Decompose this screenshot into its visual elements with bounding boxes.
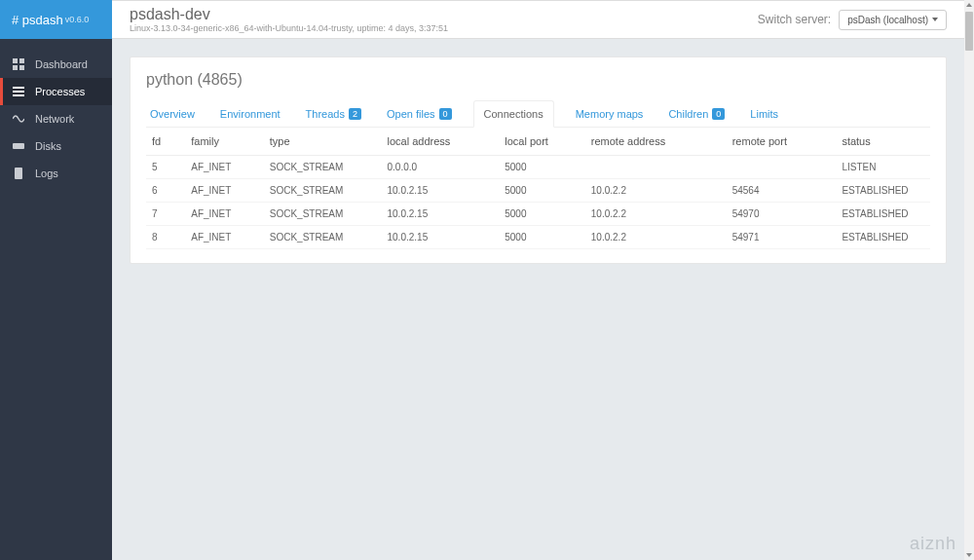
badge: 0: [712, 108, 725, 120]
scroll-thumb[interactable]: [965, 12, 973, 51]
sidebar-item-network[interactable]: Network: [0, 105, 112, 132]
tab-connections[interactable]: Connections: [473, 100, 554, 128]
svg-rect-8: [15, 168, 22, 179]
content: python (4865) Overview Environment Threa…: [112, 39, 964, 560]
switch-server-value: psDash (localhost): [847, 15, 928, 25]
cell-type: SOCK_STREAM: [264, 156, 382, 179]
cell-type: SOCK_STREAM: [264, 226, 382, 249]
table-row: 7AF_INETSOCK_STREAM10.0.2.15500010.0.2.2…: [146, 203, 930, 226]
badge: 2: [349, 108, 361, 120]
svg-rect-2: [13, 65, 18, 70]
cell-rport: 54564: [727, 179, 837, 203]
tasks-icon: [12, 85, 25, 98]
scroll-down-icon[interactable]: [964, 550, 974, 560]
sidebar-item-label: Disks: [35, 140, 61, 152]
dashboard-icon: [12, 57, 25, 71]
col-lport: local port: [499, 128, 585, 156]
process-panel: python (4865) Overview Environment Threa…: [130, 56, 947, 264]
brand-name: # psdash: [12, 13, 63, 27]
network-icon: [12, 112, 25, 126]
sidebar-item-label: Processes: [35, 86, 85, 97]
cell-laddr: 10.0.2.15: [382, 226, 500, 249]
tab-environment[interactable]: Environment: [216, 101, 284, 127]
cell-lport: 5000: [499, 179, 585, 203]
cell-family: AF_INET: [185, 156, 264, 179]
col-laddr: local address: [382, 128, 500, 156]
cell-raddr: 10.0.2.2: [585, 179, 727, 203]
svg-rect-4: [13, 87, 24, 89]
table-row: 6AF_INETSOCK_STREAM10.0.2.15500010.0.2.2…: [146, 179, 930, 203]
scrollbar[interactable]: [964, 0, 974, 560]
cell-lport: 5000: [499, 156, 585, 179]
cell-family: AF_INET: [185, 179, 264, 203]
topbar: psdash-dev Linux-3.13.0-34-generic-x86_6…: [112, 0, 964, 39]
cell-laddr: 0.0.0.0: [382, 156, 500, 179]
col-status: status: [836, 128, 930, 156]
sidebar-item-label: Dashboard: [35, 58, 88, 70]
cell-type: SOCK_STREAM: [264, 179, 382, 203]
table-row: 5AF_INETSOCK_STREAM0.0.0.05000LISTEN: [146, 156, 930, 179]
nav: Dashboard Processes Network Disks Logs: [0, 51, 112, 187]
page-title: psdash-dev: [130, 6, 448, 23]
cell-status: ESTABLISHED: [836, 226, 930, 249]
tab-limits[interactable]: Limits: [746, 101, 782, 127]
cell-rport: [727, 156, 837, 179]
cell-fd: 8: [146, 226, 185, 249]
badge: 0: [439, 108, 452, 120]
cell-status: LISTEN: [836, 156, 930, 179]
title-wrap: psdash-dev Linux-3.13.0-34-generic-x86_6…: [130, 6, 448, 33]
cell-type: SOCK_STREAM: [264, 203, 382, 226]
col-type: type: [264, 128, 382, 156]
cell-status: ESTABLISHED: [836, 203, 930, 226]
col-fd: fd: [146, 128, 185, 156]
col-raddr: remote address: [585, 128, 727, 156]
sidebar-item-dashboard[interactable]: Dashboard: [0, 51, 112, 78]
cell-family: AF_INET: [185, 226, 264, 249]
cell-fd: 5: [146, 156, 185, 179]
svg-rect-3: [19, 65, 24, 70]
table-row: 8AF_INETSOCK_STREAM10.0.2.15500010.0.2.2…: [146, 226, 930, 249]
tab-children[interactable]: Children0: [664, 101, 729, 127]
sidebar-item-label: Logs: [35, 168, 58, 179]
page-subtitle: Linux-3.13.0-34-generic-x86_64-with-Ubun…: [130, 23, 448, 33]
svg-rect-0: [13, 58, 18, 63]
switch-server-button[interactable]: psDash (localhost): [839, 10, 947, 30]
cell-raddr: 10.0.2.2: [585, 226, 727, 249]
tab-threads[interactable]: Threads2: [302, 101, 365, 127]
watermark: aiznh: [910, 534, 956, 554]
cell-status: ESTABLISHED: [836, 179, 930, 203]
file-icon: [12, 167, 25, 180]
disk-icon: [12, 139, 25, 153]
cell-laddr: 10.0.2.15: [382, 179, 500, 203]
sidebar-item-logs[interactable]: Logs: [0, 160, 112, 187]
sidebar: # psdash v0.6.0 Dashboard Processes Netw…: [0, 0, 112, 560]
cell-family: AF_INET: [185, 203, 264, 226]
chevron-down-icon: [932, 18, 938, 21]
sidebar-item-disks[interactable]: Disks: [0, 132, 112, 160]
panel-title: python (4865): [146, 71, 930, 89]
brand-version: v0.6.0: [65, 15, 90, 24]
brand[interactable]: # psdash v0.6.0: [0, 0, 112, 39]
cell-laddr: 10.0.2.15: [382, 203, 500, 226]
cell-raddr: 10.0.2.2: [585, 203, 727, 226]
cell-fd: 6: [146, 179, 185, 203]
cell-fd: 7: [146, 203, 185, 226]
table-header-row: fd family type local address local port …: [146, 128, 930, 156]
tab-memory-maps[interactable]: Memory maps: [572, 101, 648, 127]
switch-server-label: Switch server:: [758, 13, 831, 26]
cell-lport: 5000: [499, 226, 585, 249]
tab-overview[interactable]: Overview: [146, 101, 199, 127]
tab-open-files[interactable]: Open files0: [383, 101, 456, 127]
sidebar-item-processes[interactable]: Processes: [0, 78, 112, 105]
tabs: Overview Environment Threads2 Open files…: [146, 100, 930, 128]
connections-table: fd family type local address local port …: [146, 128, 930, 249]
svg-rect-7: [13, 143, 24, 149]
svg-rect-1: [19, 58, 24, 63]
cell-lport: 5000: [499, 203, 585, 226]
col-rport: remote port: [727, 128, 837, 156]
sidebar-item-label: Network: [35, 113, 74, 125]
svg-rect-5: [13, 91, 24, 93]
cell-raddr: [585, 156, 727, 179]
cell-rport: 54970: [727, 203, 837, 226]
scroll-up-icon[interactable]: [964, 0, 974, 10]
